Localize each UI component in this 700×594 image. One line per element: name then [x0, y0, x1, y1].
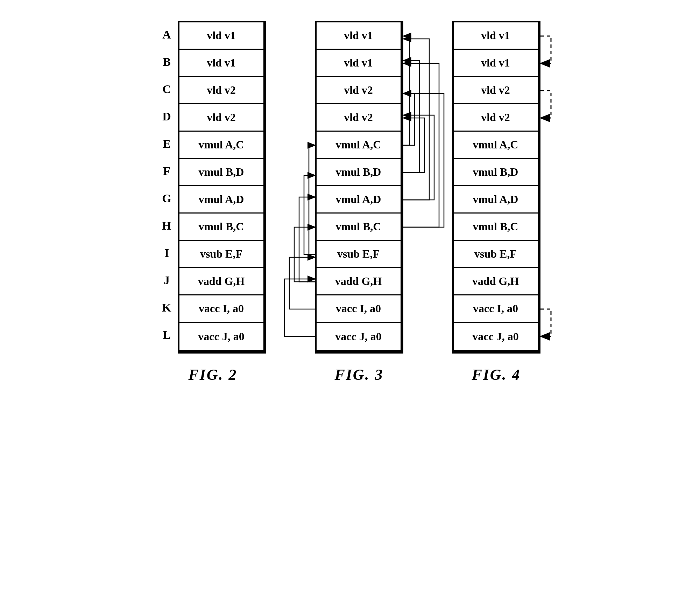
instruction-cell: vacc J, a0: [179, 323, 263, 350]
instruction-cell: vacc I, a0: [179, 295, 263, 323]
instruction-cell: vld v2: [317, 104, 401, 132]
instruction-cell: vmul B,D: [317, 159, 401, 186]
figure-4: vld v1vld v1vld v2vld v2vmul A,Cvmul B,D…: [452, 21, 540, 384]
fig4-table-wrapper: vld v1vld v1vld v2vld v2vmul A,Cvmul B,D…: [452, 21, 540, 354]
instruction-cell: vld v1: [317, 22, 401, 50]
dependency-arrow: [403, 61, 419, 173]
dependency-arrow: [304, 175, 315, 254]
dependency-arrow: [289, 257, 315, 309]
row-label: H: [160, 212, 174, 239]
fig3-caption: FIG. 3: [334, 366, 383, 384]
instruction-cell: vadd G,H: [317, 268, 401, 295]
instruction-cell: vmul A,D: [317, 186, 401, 214]
instruction-cell: vmul A,C: [179, 132, 263, 159]
fig4-caption: FIG. 4: [472, 366, 521, 384]
row-label: D: [160, 103, 174, 130]
instruction-cell: vacc J, a0: [317, 323, 401, 350]
row-label: F: [160, 158, 174, 185]
row-label: C: [160, 76, 174, 103]
dependency-arrow: [540, 91, 551, 118]
dependency-arrow: [540, 36, 551, 63]
instruction-cell: vld v1: [454, 50, 538, 77]
instruction-cell: vadd G,H: [454, 268, 538, 295]
fig3-table: vld v1vld v1vld v2vld v2vmul A,Cvmul B,D…: [315, 21, 403, 354]
dependency-arrow: [403, 93, 444, 227]
instruction-cell: vacc I, a0: [454, 295, 538, 323]
instruction-cell: vsub E,F: [317, 241, 401, 268]
instruction-cell: vld v1: [317, 50, 401, 77]
row-label: L: [160, 321, 174, 349]
instruction-cell: vsub E,F: [179, 241, 263, 268]
figure-2: ABCDEFGHIJKL vld v1vld v1vld v2vld v2vmu…: [160, 21, 266, 384]
fig2-table-wrapper: ABCDEFGHIJKL vld v1vld v1vld v2vld v2vmu…: [160, 21, 266, 354]
row-label: E: [160, 130, 174, 158]
dependency-arrow: [299, 197, 315, 282]
fig2-row-labels: ABCDEFGHIJKL: [160, 21, 174, 349]
instruction-cell: vacc I, a0: [317, 295, 401, 323]
dependency-arrow: [403, 115, 434, 200]
instruction-cell: vmul B,C: [179, 214, 263, 241]
instruction-cell: vadd G,H: [179, 268, 263, 295]
row-label: I: [160, 239, 174, 267]
instruction-cell: vmul B,D: [179, 159, 263, 186]
instruction-cell: vacc J, a0: [454, 323, 538, 350]
row-label: A: [160, 21, 174, 48]
instruction-cell: vld v2: [179, 104, 263, 132]
dependency-arrow: [403, 63, 439, 227]
dependency-arrow: [284, 279, 315, 336]
instruction-cell: vmul A,D: [454, 186, 538, 214]
instruction-cell: vsub E,F: [454, 241, 538, 268]
instruction-cell: vmul A,C: [454, 132, 538, 159]
dependency-arrow: [403, 93, 415, 145]
dependency-arrow: [403, 39, 429, 200]
row-label: K: [160, 294, 174, 321]
dependency-arrow: [309, 145, 315, 254]
dependency-arrow: [403, 36, 410, 145]
figure-3: vld v1vld v1vld v2vld v2vmul A,Cvmul B,D…: [315, 21, 403, 384]
row-label: G: [160, 185, 174, 212]
fig2-table: vld v1vld v1vld v2vld v2vmul A,Cvmul B,D…: [178, 21, 266, 354]
dependency-arrow: [403, 118, 424, 173]
fig2-caption: FIG. 2: [188, 366, 237, 384]
instruction-cell: vmul B,C: [454, 214, 538, 241]
instruction-cell: vld v2: [454, 77, 538, 104]
instruction-cell: vld v2: [317, 77, 401, 104]
instruction-cell: vld v1: [454, 22, 538, 50]
instruction-cell: vld v1: [179, 50, 263, 77]
row-label: J: [160, 267, 174, 294]
instruction-cell: vld v2: [454, 104, 538, 132]
fig4-table: vld v1vld v1vld v2vld v2vmul A,Cvmul B,D…: [452, 21, 540, 354]
instruction-cell: vld v2: [179, 77, 263, 104]
instruction-cell: vld v1: [179, 22, 263, 50]
fig3-table-wrapper: vld v1vld v1vld v2vld v2vmul A,Cvmul B,D…: [315, 21, 403, 354]
dependency-arrow: [294, 227, 315, 282]
instruction-cell: vmul A,D: [179, 186, 263, 214]
instruction-cell: vmul A,C: [317, 132, 401, 159]
instruction-cell: vmul B,C: [317, 214, 401, 241]
row-label: B: [160, 48, 174, 76]
instruction-cell: vmul B,D: [454, 159, 538, 186]
dependency-arrow: [540, 309, 551, 336]
